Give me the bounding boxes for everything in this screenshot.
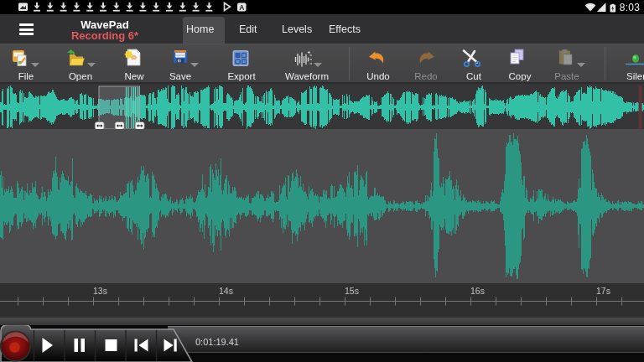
svg-text:0:01:19.41: 0:01:19.41	[195, 337, 239, 347]
svg-text:A: A	[239, 3, 244, 12]
